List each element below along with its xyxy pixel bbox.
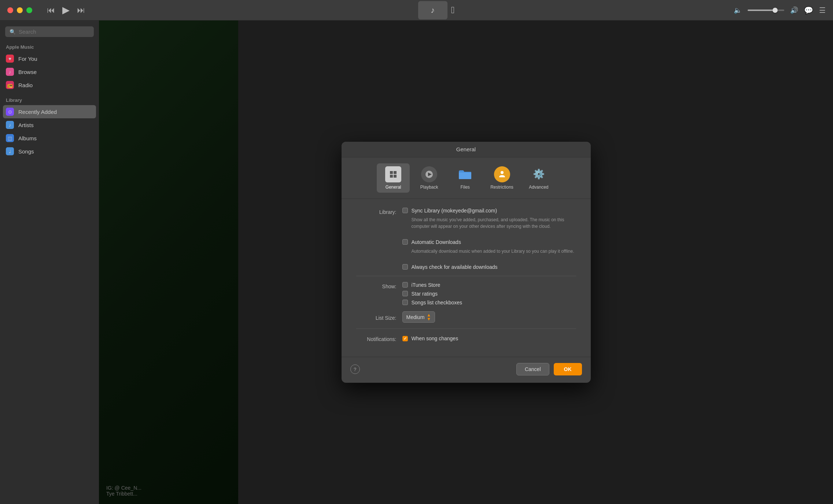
search-input[interactable] (19, 29, 89, 35)
rewind-button[interactable]: ⏮ (47, 5, 55, 15)
albums-label: Albums (18, 135, 37, 141)
sidebar-item-albums[interactable]: ◫ Albums (0, 131, 99, 145)
songs-checkboxes-label: Songs list checkboxes (412, 300, 462, 305)
tab-restrictions[interactable]: Restrictions (484, 163, 519, 193)
list-size-row: List Size: Medium ▲ ▼ (356, 311, 576, 323)
close-button[interactable] (7, 7, 13, 13)
show-content: iTunes Store Star ratings Songs list che… (402, 282, 576, 305)
modal-overlay: General Genera (99, 21, 833, 504)
minimize-button[interactable] (17, 7, 23, 13)
search-bar[interactable]: 🔍 (5, 26, 94, 37)
always-check-row: Always check for available downloads (402, 264, 576, 270)
star-ratings-label: Star ratings (412, 291, 438, 297)
list-size-select[interactable]: Medium ▲ ▼ (402, 311, 435, 323)
for-you-icon: ♥ (6, 55, 14, 63)
sync-library-checkbox[interactable] (402, 208, 408, 213)
when-song-changes-checkbox[interactable] (402, 336, 408, 341)
dialog-body: Library: Sync Library (mokeyede@gmail.co… (342, 199, 591, 357)
maximize-button[interactable] (26, 7, 32, 13)
star-ratings-checkbox[interactable] (402, 291, 408, 296)
library-section-label: Library (0, 96, 99, 105)
search-icon: 🔍 (10, 29, 16, 35)
browse-label: Browse (18, 69, 37, 75)
traffic-lights (7, 7, 32, 13)
footer-buttons: Cancel OK (516, 363, 582, 375)
library-row: Library: Sync Library (mokeyede@gmail.co… (356, 208, 576, 270)
always-check-label: Always check for available downloads (412, 264, 498, 270)
tab-general[interactable]: General (377, 163, 410, 193)
songs-icon: ♩ (6, 147, 14, 155)
auto-downloads-checkbox[interactable] (402, 239, 408, 245)
ok-button[interactable]: OK (554, 363, 582, 375)
sync-library-label: Sync Library (mokeyede@gmail.com) (412, 208, 497, 214)
tab-playback[interactable]: Playback (413, 163, 446, 193)
playback-tab-label: Playback (420, 185, 438, 190)
advanced-tab-label: Advanced (529, 185, 548, 190)
tab-files[interactable]: Files (449, 163, 482, 193)
playback-tab-icon (421, 166, 437, 182)
divider-2 (356, 329, 576, 329)
star-ratings-row: Star ratings (402, 291, 576, 297)
sidebar: 🔍 Apple Music ♥ For You ♪ Browse 📻 Radio… (0, 21, 99, 504)
volume-high-icon: 🔊 (790, 6, 798, 14)
list-size-value: Medium (406, 314, 425, 320)
chat-icon[interactable]: 💬 (804, 6, 813, 15)
notifications-label: Notifications: (356, 335, 397, 342)
main-content: 🔍 Apple Music ♥ For You ♪ Browse 📻 Radio… (0, 21, 833, 504)
apple-music-section-label: Apple Music (0, 43, 99, 52)
right-controls: 🔈 🔊 💬 ☰ (566, 6, 826, 15)
titlebar: ⏮ ▶ ⏭ ♪  🔈 🔊 💬 ☰ (0, 0, 833, 21)
sidebar-item-recently-added[interactable]: ⊙ Recently Added (3, 105, 96, 118)
songs-checkboxes-row: Songs list checkboxes (402, 300, 576, 305)
recently-added-label: Recently Added (18, 109, 57, 115)
songs-checkboxes-checkbox[interactable] (402, 300, 408, 305)
svg-rect-3 (394, 175, 397, 178)
forward-button[interactable]: ⏭ (77, 5, 85, 15)
sync-library-row: Sync Library (mokeyede@gmail.com) (402, 208, 576, 214)
tab-advanced[interactable]: ⚙️ Advanced (522, 163, 555, 193)
auto-downloads-label: Automatic Downloads (412, 239, 461, 245)
library-label: Library: (356, 208, 397, 215)
list-icon[interactable]: ☰ (819, 6, 826, 15)
dialog-title: General (456, 146, 476, 152)
sidebar-item-songs[interactable]: ♩ Songs (0, 145, 99, 158)
dialog-footer: ? Cancel OK (342, 357, 591, 383)
artists-icon: ♪ (6, 121, 14, 129)
transport-controls: ⏮ ▶ ⏭ (47, 4, 306, 16)
show-label: Show: (356, 282, 397, 289)
radio-label: Radio (18, 82, 33, 88)
divider-1 (356, 276, 576, 276)
content-area: IG: @ Cee_N... Tye Tribbett... General (99, 21, 833, 504)
sidebar-item-browse[interactable]: ♪ Browse (0, 65, 99, 78)
notifications-content: When song changes (402, 336, 576, 341)
when-song-changes-row: When song changes (402, 336, 576, 341)
restrictions-tab-icon (494, 166, 510, 182)
svg-rect-0 (390, 171, 393, 174)
general-tab-icon (385, 166, 401, 182)
sidebar-item-artists[interactable]: ♪ Artists (0, 118, 99, 131)
select-arrows-icon: ▲ ▼ (427, 313, 431, 321)
radio-icon: 📻 (6, 81, 14, 89)
dialog-tabs: General Playback (342, 158, 591, 199)
cancel-button[interactable]: Cancel (516, 363, 549, 375)
auto-downloads-description: Automatically download music when added … (412, 248, 576, 255)
sidebar-item-radio[interactable]: 📻 Radio (0, 78, 99, 92)
itunes-store-row: iTunes Store (402, 282, 576, 288)
itunes-store-checkbox[interactable] (402, 282, 408, 288)
always-check-checkbox[interactable] (402, 264, 408, 270)
svg-point-6 (501, 171, 504, 174)
volume-slider[interactable] (748, 10, 784, 11)
when-song-changes-label: When song changes (412, 336, 458, 341)
restrictions-tab-label: Restrictions (490, 185, 513, 190)
list-size-label: List Size: (356, 314, 397, 321)
sidebar-item-for-you[interactable]: ♥ For You (0, 52, 99, 65)
help-button[interactable]: ? (350, 364, 360, 374)
play-button[interactable]: ▶ (62, 4, 70, 16)
volume-low-icon: 🔈 (734, 6, 742, 14)
advanced-tab-icon: ⚙️ (531, 166, 547, 182)
preferences-dialog: General Genera (342, 142, 591, 383)
show-row: Show: iTunes Store Star ratings (356, 282, 576, 305)
auto-downloads-row: Automatic Downloads (402, 239, 576, 245)
sync-library-description: Show all the music you've added, purchas… (412, 216, 576, 230)
recently-added-icon: ⊙ (6, 108, 14, 116)
